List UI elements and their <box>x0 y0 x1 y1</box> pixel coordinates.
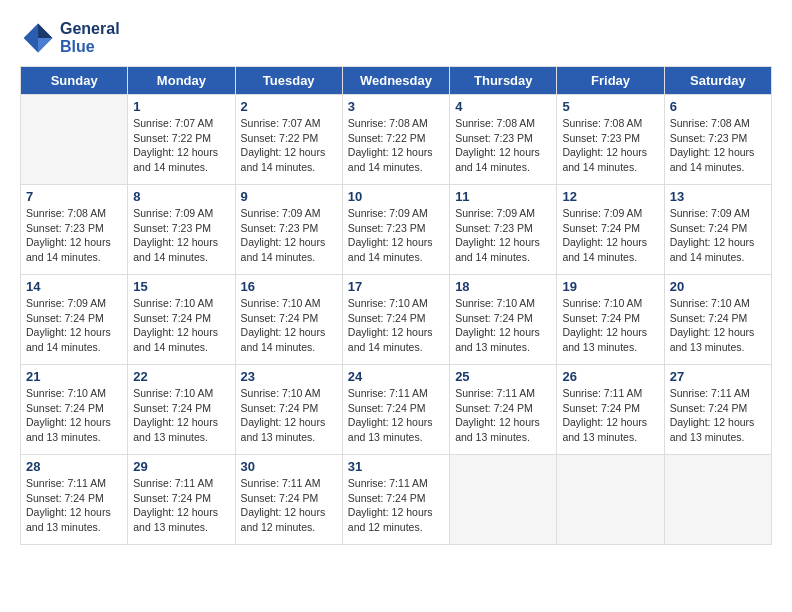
day-number: 15 <box>133 279 229 294</box>
logo-icon <box>20 20 56 56</box>
day-number: 28 <box>26 459 122 474</box>
weekday-header: Thursday <box>450 67 557 95</box>
day-info: Sunrise: 7:08 AMSunset: 7:23 PMDaylight:… <box>562 116 658 175</box>
calendar-cell: 2Sunrise: 7:07 AMSunset: 7:22 PMDaylight… <box>235 95 342 185</box>
day-info: Sunrise: 7:11 AMSunset: 7:24 PMDaylight:… <box>562 386 658 445</box>
day-number: 27 <box>670 369 766 384</box>
day-info: Sunrise: 7:10 AMSunset: 7:24 PMDaylight:… <box>455 296 551 355</box>
day-info: Sunrise: 7:08 AMSunset: 7:23 PMDaylight:… <box>455 116 551 175</box>
day-number: 17 <box>348 279 444 294</box>
calendar-cell <box>450 455 557 545</box>
weekday-header: Saturday <box>664 67 771 95</box>
weekday-header-row: SundayMondayTuesdayWednesdayThursdayFrid… <box>21 67 772 95</box>
day-info: Sunrise: 7:09 AMSunset: 7:23 PMDaylight:… <box>241 206 337 265</box>
calendar-cell: 18Sunrise: 7:10 AMSunset: 7:24 PMDayligh… <box>450 275 557 365</box>
calendar-week-row: 7Sunrise: 7:08 AMSunset: 7:23 PMDaylight… <box>21 185 772 275</box>
calendar-cell <box>21 95 128 185</box>
day-number: 23 <box>241 369 337 384</box>
calendar-cell: 29Sunrise: 7:11 AMSunset: 7:24 PMDayligh… <box>128 455 235 545</box>
day-number: 20 <box>670 279 766 294</box>
day-number: 25 <box>455 369 551 384</box>
day-number: 12 <box>562 189 658 204</box>
day-info: Sunrise: 7:09 AMSunset: 7:24 PMDaylight:… <box>26 296 122 355</box>
day-info: Sunrise: 7:11 AMSunset: 7:24 PMDaylight:… <box>26 476 122 535</box>
calendar-week-row: 21Sunrise: 7:10 AMSunset: 7:24 PMDayligh… <box>21 365 772 455</box>
day-info: Sunrise: 7:10 AMSunset: 7:24 PMDaylight:… <box>241 386 337 445</box>
day-number: 1 <box>133 99 229 114</box>
day-info: Sunrise: 7:11 AMSunset: 7:24 PMDaylight:… <box>455 386 551 445</box>
calendar-cell: 26Sunrise: 7:11 AMSunset: 7:24 PMDayligh… <box>557 365 664 455</box>
calendar-cell: 30Sunrise: 7:11 AMSunset: 7:24 PMDayligh… <box>235 455 342 545</box>
day-info: Sunrise: 7:09 AMSunset: 7:24 PMDaylight:… <box>562 206 658 265</box>
day-info: Sunrise: 7:11 AMSunset: 7:24 PMDaylight:… <box>670 386 766 445</box>
day-number: 13 <box>670 189 766 204</box>
day-number: 16 <box>241 279 337 294</box>
weekday-header: Friday <box>557 67 664 95</box>
calendar-cell: 1Sunrise: 7:07 AMSunset: 7:22 PMDaylight… <box>128 95 235 185</box>
calendar-cell: 10Sunrise: 7:09 AMSunset: 7:23 PMDayligh… <box>342 185 449 275</box>
day-number: 6 <box>670 99 766 114</box>
day-info: Sunrise: 7:10 AMSunset: 7:24 PMDaylight:… <box>133 386 229 445</box>
day-info: Sunrise: 7:07 AMSunset: 7:22 PMDaylight:… <box>241 116 337 175</box>
day-info: Sunrise: 7:08 AMSunset: 7:23 PMDaylight:… <box>670 116 766 175</box>
day-info: Sunrise: 7:11 AMSunset: 7:24 PMDaylight:… <box>241 476 337 535</box>
calendar-cell: 9Sunrise: 7:09 AMSunset: 7:23 PMDaylight… <box>235 185 342 275</box>
calendar-cell: 24Sunrise: 7:11 AMSunset: 7:24 PMDayligh… <box>342 365 449 455</box>
day-number: 9 <box>241 189 337 204</box>
day-number: 31 <box>348 459 444 474</box>
calendar-cell: 25Sunrise: 7:11 AMSunset: 7:24 PMDayligh… <box>450 365 557 455</box>
calendar-week-row: 14Sunrise: 7:09 AMSunset: 7:24 PMDayligh… <box>21 275 772 365</box>
day-number: 29 <box>133 459 229 474</box>
day-info: Sunrise: 7:07 AMSunset: 7:22 PMDaylight:… <box>133 116 229 175</box>
calendar-cell: 8Sunrise: 7:09 AMSunset: 7:23 PMDaylight… <box>128 185 235 275</box>
calendar-cell: 27Sunrise: 7:11 AMSunset: 7:24 PMDayligh… <box>664 365 771 455</box>
svg-marker-1 <box>38 24 52 38</box>
calendar-cell: 14Sunrise: 7:09 AMSunset: 7:24 PMDayligh… <box>21 275 128 365</box>
day-number: 3 <box>348 99 444 114</box>
day-number: 10 <box>348 189 444 204</box>
svg-marker-2 <box>38 38 52 52</box>
calendar-cell: 4Sunrise: 7:08 AMSunset: 7:23 PMDaylight… <box>450 95 557 185</box>
day-number: 26 <box>562 369 658 384</box>
day-info: Sunrise: 7:10 AMSunset: 7:24 PMDaylight:… <box>241 296 337 355</box>
day-info: Sunrise: 7:10 AMSunset: 7:24 PMDaylight:… <box>133 296 229 355</box>
calendar-week-row: 28Sunrise: 7:11 AMSunset: 7:24 PMDayligh… <box>21 455 772 545</box>
day-info: Sunrise: 7:09 AMSunset: 7:23 PMDaylight:… <box>348 206 444 265</box>
day-info: Sunrise: 7:10 AMSunset: 7:24 PMDaylight:… <box>670 296 766 355</box>
day-number: 8 <box>133 189 229 204</box>
calendar-cell: 22Sunrise: 7:10 AMSunset: 7:24 PMDayligh… <box>128 365 235 455</box>
calendar-cell: 31Sunrise: 7:11 AMSunset: 7:24 PMDayligh… <box>342 455 449 545</box>
day-number: 22 <box>133 369 229 384</box>
calendar-cell: 5Sunrise: 7:08 AMSunset: 7:23 PMDaylight… <box>557 95 664 185</box>
day-info: Sunrise: 7:10 AMSunset: 7:24 PMDaylight:… <box>562 296 658 355</box>
day-number: 4 <box>455 99 551 114</box>
calendar-cell: 23Sunrise: 7:10 AMSunset: 7:24 PMDayligh… <box>235 365 342 455</box>
calendar-cell: 7Sunrise: 7:08 AMSunset: 7:23 PMDaylight… <box>21 185 128 275</box>
day-info: Sunrise: 7:08 AMSunset: 7:22 PMDaylight:… <box>348 116 444 175</box>
calendar-cell: 12Sunrise: 7:09 AMSunset: 7:24 PMDayligh… <box>557 185 664 275</box>
day-info: Sunrise: 7:10 AMSunset: 7:24 PMDaylight:… <box>26 386 122 445</box>
day-number: 5 <box>562 99 658 114</box>
weekday-header: Monday <box>128 67 235 95</box>
day-number: 30 <box>241 459 337 474</box>
day-info: Sunrise: 7:11 AMSunset: 7:24 PMDaylight:… <box>348 476 444 535</box>
page-header: General Blue <box>20 20 772 56</box>
day-info: Sunrise: 7:09 AMSunset: 7:23 PMDaylight:… <box>455 206 551 265</box>
day-number: 21 <box>26 369 122 384</box>
calendar-cell: 6Sunrise: 7:08 AMSunset: 7:23 PMDaylight… <box>664 95 771 185</box>
weekday-header: Sunday <box>21 67 128 95</box>
calendar-cell: 13Sunrise: 7:09 AMSunset: 7:24 PMDayligh… <box>664 185 771 275</box>
day-info: Sunrise: 7:09 AMSunset: 7:23 PMDaylight:… <box>133 206 229 265</box>
weekday-header: Tuesday <box>235 67 342 95</box>
logo-text: General Blue <box>60 20 120 55</box>
calendar-cell: 15Sunrise: 7:10 AMSunset: 7:24 PMDayligh… <box>128 275 235 365</box>
logo: General Blue <box>20 20 120 56</box>
calendar-week-row: 1Sunrise: 7:07 AMSunset: 7:22 PMDaylight… <box>21 95 772 185</box>
day-number: 19 <box>562 279 658 294</box>
calendar-cell: 17Sunrise: 7:10 AMSunset: 7:24 PMDayligh… <box>342 275 449 365</box>
day-info: Sunrise: 7:08 AMSunset: 7:23 PMDaylight:… <box>26 206 122 265</box>
calendar-cell: 19Sunrise: 7:10 AMSunset: 7:24 PMDayligh… <box>557 275 664 365</box>
day-number: 7 <box>26 189 122 204</box>
day-number: 2 <box>241 99 337 114</box>
calendar-cell: 28Sunrise: 7:11 AMSunset: 7:24 PMDayligh… <box>21 455 128 545</box>
